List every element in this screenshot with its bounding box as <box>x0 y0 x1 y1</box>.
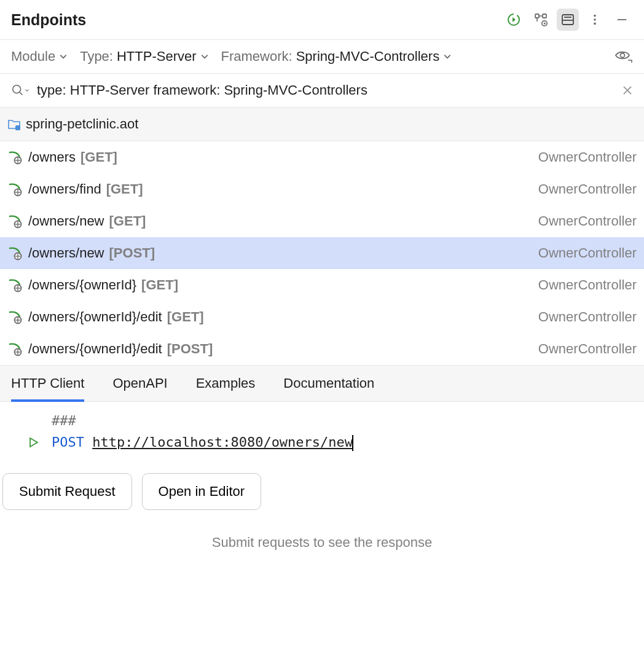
search-left: type: HTTP-Server framework: Spring-MVC-… <box>11 82 367 98</box>
module-icon <box>7 118 21 130</box>
endpoint-left: /owners/new [GET] <box>7 213 146 229</box>
editor-line-request: POST http://localhost:8080/owners/new <box>15 431 644 453</box>
endpoint-controller: OwnerController <box>538 277 637 293</box>
endpoint-row[interactable]: /owners/find [GET]OwnerController <box>0 173 644 205</box>
endpoint-method: [GET] <box>106 181 143 197</box>
endpoint-path: /owners/new <box>28 213 104 229</box>
endpoint-method: [GET] <box>167 309 204 325</box>
svg-point-11 <box>594 15 596 17</box>
response-hint: Submit requests to see the response <box>0 510 644 575</box>
endpoint-icon <box>7 278 23 292</box>
endpoint-row[interactable]: /owners/{ownerId} [GET]OwnerController <box>0 269 644 301</box>
endpoint-row[interactable]: /owners/new [POST]OwnerController <box>0 237 644 269</box>
spring-run-icon[interactable] <box>503 9 525 31</box>
endpoint-controller: OwnerController <box>538 245 637 261</box>
search-input[interactable]: type: HTTP-Server framework: Spring-MVC-… <box>37 82 367 98</box>
editor-line-hash: ### <box>15 409 644 431</box>
svg-rect-8 <box>562 15 573 25</box>
toolwindow-header: Endpoints <box>0 0 644 40</box>
endpoint-controller: OwnerController <box>538 149 637 165</box>
chevron-down-icon <box>443 52 452 61</box>
module-group-name: spring-petclinic.aot <box>26 116 138 132</box>
diagram-icon[interactable] <box>530 9 552 31</box>
endpoint-row[interactable]: /owners/{ownerId}/edit [GET]OwnerControl… <box>0 301 644 333</box>
svg-rect-20 <box>15 125 20 130</box>
open-in-editor-button[interactable]: Open in Editor <box>142 473 262 510</box>
http-client-editor[interactable]: ### POST http://localhost:8080/owners/ne… <box>0 402 644 461</box>
type-filter-label: Type: <box>80 49 113 65</box>
endpoint-path: /owners/find <box>28 181 101 197</box>
detail-tabs: HTTP Client OpenAPI Examples Documentati… <box>0 365 644 402</box>
filter-bar: Module Type: HTTP-Server Framework: Spri… <box>0 40 644 74</box>
tab-openapi[interactable]: OpenAPI <box>112 366 167 401</box>
panel-title: Endpoints <box>11 11 86 29</box>
tab-examples[interactable]: Examples <box>196 366 256 401</box>
endpoint-row[interactable]: /owners/new [GET]OwnerController <box>0 205 644 237</box>
type-filter-value: HTTP-Server <box>117 49 197 65</box>
endpoint-method: [GET] <box>141 277 178 293</box>
header-actions <box>503 9 633 31</box>
endpoint-icon <box>7 342 23 356</box>
endpoint-row[interactable]: /owners/{ownerId}/edit [POST]OwnerContro… <box>0 333 644 365</box>
tab-http-client[interactable]: HTTP Client <box>11 366 84 401</box>
svg-point-15 <box>621 53 625 58</box>
endpoint-icon <box>7 150 23 165</box>
endpoint-left: /owners/{ownerId}/edit [GET] <box>7 309 204 325</box>
endpoint-icon <box>7 310 23 324</box>
endpoint-controller: OwnerController <box>538 309 637 325</box>
endpoint-method: [GET] <box>109 213 146 229</box>
endpoint-row[interactable]: /owners [GET]OwnerController <box>0 141 644 173</box>
svg-rect-2 <box>543 14 546 18</box>
endpoint-left: /owners/find [GET] <box>7 181 143 197</box>
endpoint-icon <box>7 182 23 197</box>
endpoint-path: /owners/{ownerId} <box>28 277 136 293</box>
endpoint-left: /owners/{ownerId} [GET] <box>7 277 178 293</box>
endpoint-path: /owners/{ownerId}/edit <box>28 341 162 357</box>
minimize-icon[interactable] <box>611 9 633 31</box>
action-buttons: Submit Request Open in Editor <box>0 461 644 510</box>
clear-search-icon[interactable] <box>622 85 633 96</box>
framework-filter-label: Framework: <box>221 49 293 65</box>
tab-documentation[interactable]: Documentation <box>283 366 374 401</box>
chevron-down-icon <box>59 52 68 61</box>
endpoint-left: /owners/new [POST] <box>7 245 155 261</box>
endpoints-list: /owners [GET]OwnerController/owners/find… <box>0 141 644 365</box>
module-group-header: spring-petclinic.aot <box>0 108 644 141</box>
svg-line-17 <box>20 92 23 95</box>
framework-filter-value: Spring-MVC-Controllers <box>296 49 440 65</box>
svg-point-13 <box>594 23 596 25</box>
http-url: http://localhost:8080/owners/new <box>92 434 353 450</box>
more-options-icon[interactable] <box>584 9 606 31</box>
endpoint-controller: OwnerController <box>538 341 637 357</box>
framework-filter[interactable]: Framework: Spring-MVC-Controllers <box>221 49 452 65</box>
endpoint-left: /owners [GET] <box>7 149 117 165</box>
view-options-icon[interactable] <box>615 49 633 64</box>
endpoint-method: [POST] <box>109 245 155 261</box>
svg-line-5 <box>544 24 546 25</box>
endpoint-controller: OwnerController <box>538 213 637 229</box>
endpoint-path: /owners/new <box>28 245 104 261</box>
endpoint-path: /owners <box>28 149 76 165</box>
module-filter[interactable]: Module <box>11 49 68 65</box>
text-cursor <box>352 435 353 451</box>
endpoint-left: /owners/{ownerId}/edit [POST] <box>7 341 213 357</box>
endpoint-icon <box>7 246 23 261</box>
search-icon[interactable] <box>11 84 29 97</box>
endpoint-path: /owners/{ownerId}/edit <box>28 309 162 325</box>
endpoint-method: [POST] <box>167 341 213 357</box>
chevron-down-icon <box>200 52 209 61</box>
endpoint-controller: OwnerController <box>538 181 637 197</box>
svg-point-16 <box>13 85 21 93</box>
http-method: POST <box>52 434 84 450</box>
filter-left: Module Type: HTTP-Server Framework: Spri… <box>11 49 452 65</box>
module-filter-label: Module <box>11 49 55 65</box>
svg-rect-1 <box>535 14 539 18</box>
detail-panel-toggle-icon[interactable] <box>557 9 579 31</box>
run-gutter-icon[interactable] <box>15 437 39 448</box>
svg-point-12 <box>594 18 596 21</box>
submit-request-button[interactable]: Submit Request <box>2 473 132 510</box>
type-filter[interactable]: Type: HTTP-Server <box>80 49 208 65</box>
endpoint-icon <box>7 214 23 229</box>
endpoint-method: [GET] <box>80 149 117 165</box>
search-bar: type: HTTP-Server framework: Spring-MVC-… <box>0 74 644 108</box>
